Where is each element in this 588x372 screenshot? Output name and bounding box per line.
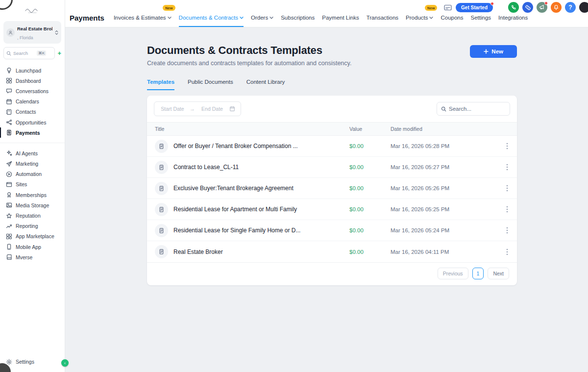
sidebar-item-reporting[interactable]: Reporting — [0, 221, 65, 231]
row-menu-button[interactable] — [505, 226, 509, 235]
topbar-actions: Get Started ? — [444, 2, 585, 13]
tab-payment-links[interactable]: Payment Links — [322, 8, 359, 27]
topbar-avatar[interactable] — [579, 2, 588, 13]
date-range-picker[interactable]: → — [154, 101, 241, 116]
table-row[interactable]: Residential Lease for Single Family Home… — [147, 220, 517, 241]
page-subtitle: Create documents and contracts templates… — [147, 60, 351, 67]
sidebar-item-contacts[interactable]: Contacts — [0, 107, 65, 117]
sidebar-item-app-marketplace[interactable]: App Marketplace — [0, 231, 65, 242]
account-switcher[interactable]: Real Estate Broker , Florida — [3, 21, 61, 44]
tab-documents-contracts[interactable]: Documents & Contracts — [179, 8, 244, 27]
sites-icon — [6, 181, 12, 188]
sidebar-item-ai-agents[interactable]: AI Agents — [0, 148, 65, 158]
sidebar-add-button[interactable]: + — [57, 50, 61, 56]
current-page-button[interactable]: 1 — [472, 268, 484, 279]
sidebar-search-input[interactable] — [13, 50, 35, 56]
document-icon — [155, 161, 168, 174]
sidebar-item-automation[interactable]: Automation — [0, 169, 65, 179]
notification-dot — [490, 2, 494, 5]
previous-page-button[interactable]: Previous — [438, 268, 468, 279]
sidebar-item-memberships[interactable]: Memberships — [0, 190, 65, 200]
tab-templates[interactable]: Templates — [147, 79, 174, 90]
sidebar-item-reputation[interactable]: Reputation — [0, 210, 65, 221]
sidebar-item-launchpad[interactable]: Launchpad — [0, 65, 65, 75]
sidebar-collapse-button[interactable]: ‹ — [61, 359, 69, 367]
row-date: Mar 16, 2026 05:25 PM — [391, 206, 490, 212]
tab-orders[interactable]: Orders — [251, 8, 273, 27]
sidebar-item-label: Memberships — [16, 192, 47, 198]
row-actions — [490, 142, 509, 150]
top-tab-label: Products — [406, 15, 428, 21]
tab-invoices-estimates[interactable]: Invoices & EstimatesNew — [114, 8, 172, 27]
top-tab-label: Payment Links — [322, 15, 359, 21]
topbar-bell-icon[interactable] — [551, 2, 562, 13]
topbar-ticket-icon[interactable] — [522, 2, 533, 13]
end-date-input[interactable] — [199, 106, 225, 112]
document-icon — [155, 203, 168, 216]
sidebar-item-opportunities[interactable]: Opportunities — [0, 117, 65, 127]
sidebar-item-payments[interactable]: Payments — [0, 127, 65, 138]
sidebar-item-conversations[interactable]: Conversations — [0, 86, 65, 96]
table-row[interactable]: Real Estate Broker$0.00Mar 16, 2026 04:1… — [147, 241, 517, 262]
sidebar-item-label: Reporting — [16, 223, 38, 229]
new-button[interactable]: New — [470, 45, 517, 58]
column-header-title: Title — [155, 126, 349, 132]
sidebar-item-sites[interactable]: Sites — [0, 179, 65, 190]
get-started-button[interactable]: Get Started — [456, 3, 493, 12]
sidebar-item-marketing[interactable]: Marketing — [0, 159, 65, 169]
row-menu-button[interactable] — [505, 142, 509, 150]
topbar-phone-icon[interactable] — [508, 2, 519, 13]
topbar-megaphone-icon[interactable] — [537, 2, 547, 13]
row-menu-button[interactable] — [505, 163, 509, 172]
row-title-cell: Residential Lease for Apartment or Multi… — [155, 203, 349, 216]
sidebar-item-settings[interactable]: Settings — [0, 357, 65, 367]
top-tab-label: Coupons — [441, 15, 463, 21]
sidebar-item-label: Reputation — [16, 213, 41, 219]
sidebar-item-label: Mobile App — [16, 244, 41, 250]
chevron-down-icon — [270, 16, 273, 19]
table-row[interactable]: Contract to Lease_CL-11$0.00Mar 16, 2026… — [147, 157, 517, 178]
sidebar-item-dashboard[interactable]: Dashboard — [0, 75, 65, 86]
row-actions — [490, 163, 509, 172]
row-title: Real Estate Broker — [173, 248, 223, 255]
search-icon — [6, 51, 11, 56]
row-value: $0.00 — [349, 249, 391, 255]
table-search[interactable] — [437, 102, 510, 116]
tab-transactions[interactable]: Transactions — [367, 8, 398, 27]
sidebar-item-calendars[interactable]: Calendars — [0, 97, 65, 107]
column-header-value: Value — [349, 126, 391, 132]
sidebar-item-mverse[interactable]: Mverse — [0, 252, 65, 262]
app-window: Real Estate Broker , Florida ⌘K + Launch… — [0, 0, 588, 372]
table-search-input[interactable] — [449, 106, 506, 112]
section-title: Payments — [70, 14, 104, 22]
start-date-input[interactable] — [160, 106, 185, 112]
sidebar-item-label: Sites — [16, 181, 27, 187]
topbar-help-icon[interactable]: ? — [565, 2, 576, 13]
sidebar-item-media-storage[interactable]: Media Storage — [0, 200, 65, 210]
next-page-button[interactable]: Next — [488, 268, 509, 279]
row-actions — [490, 248, 509, 256]
row-date: Mar 16, 2026 04:11 PM — [391, 249, 490, 255]
table-row[interactable]: Residential Lease for Apartment or Multi… — [147, 199, 517, 220]
tab-public-documents[interactable]: Public Documents — [188, 79, 233, 90]
sidebar-item-mobile-app[interactable]: Mobile App — [0, 242, 65, 252]
sidebar-search[interactable]: ⌘K — [3, 47, 55, 59]
mverse-icon — [6, 254, 12, 260]
row-menu-button[interactable] — [505, 184, 509, 193]
sidebar-item-label: Launchpad — [16, 68, 41, 74]
reputation-icon — [6, 213, 12, 219]
sidebar-item-label: Marketing — [16, 161, 38, 167]
tab-subscriptions[interactable]: Subscriptions — [281, 8, 315, 27]
row-title-cell: Exclusive Buyer:Tenant Brokerage Agreeme… — [155, 182, 349, 195]
account-location: , Florida — [17, 35, 33, 40]
payments-icon — [6, 129, 12, 136]
tab-products[interactable]: ProductsNew — [406, 8, 433, 27]
quick-actions-icon[interactable] — [444, 4, 452, 11]
tab-content-library[interactable]: Content Library — [246, 79, 285, 90]
row-menu-button[interactable] — [505, 248, 509, 256]
table-row[interactable]: Offer or Buyer / Tenant Broker Compensat… — [147, 136, 517, 157]
table-row[interactable]: Exclusive Buyer:Tenant Brokerage Agreeme… — [147, 178, 517, 199]
row-title: Residential Lease for Single Family Home… — [173, 227, 300, 234]
row-menu-button[interactable] — [505, 205, 509, 214]
new-badge: New — [163, 5, 175, 11]
